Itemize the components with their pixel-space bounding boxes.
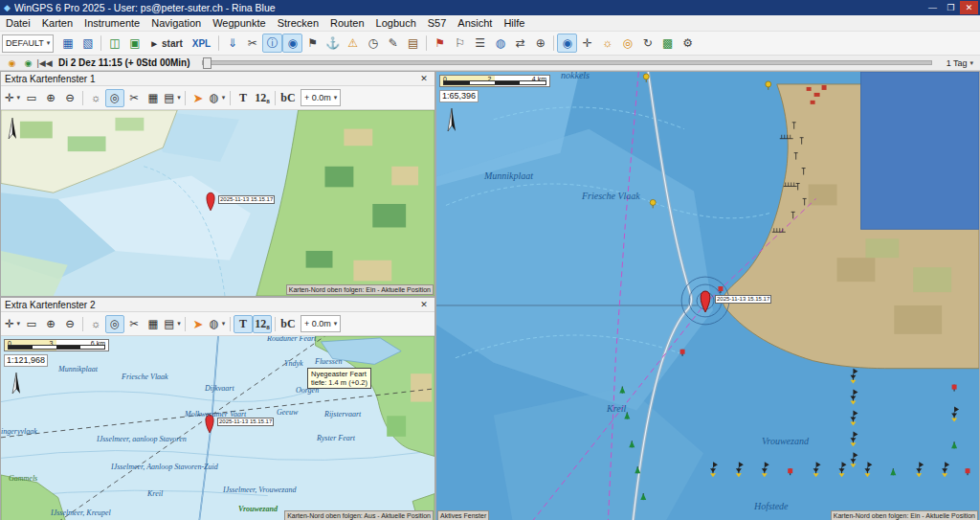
rotate-chart[interactable]: ↻ — [637, 34, 657, 53]
menu-item[interactable]: Strecken — [272, 15, 324, 31]
globe-button[interactable]: ◍▾ — [208, 315, 227, 333]
time-slider-thumb[interactable] — [203, 57, 212, 69]
close-icon[interactable]: ✕ — [417, 300, 431, 309]
panel1-title: Extra Kartenfenster 1 — [5, 74, 96, 84]
grid-button[interactable]: ▦ — [144, 89, 163, 107]
new-map-window[interactable]: ◫ — [104, 34, 124, 53]
tile-windows[interactable]: ▣ — [124, 34, 145, 53]
anchor-watch[interactable]: ⚓ — [323, 34, 343, 53]
follow-ship[interactable]: ◉ — [282, 34, 302, 53]
center-ship[interactable]: ◉ — [557, 34, 577, 53]
menu-item[interactable]: Datei — [0, 15, 36, 31]
follow-gps-button[interactable]: ◎ — [105, 315, 124, 333]
day-night[interactable]: ☼ — [597, 34, 617, 53]
xpl-button[interactable]: XPL — [188, 34, 215, 53]
sim-clock[interactable]: ◉ — [4, 57, 20, 69]
gps-clock[interactable]: ◉ — [20, 57, 36, 69]
separator — [275, 91, 276, 105]
route-scissors[interactable]: ✂ — [242, 34, 262, 53]
zoom-in-button[interactable]: ⊕ — [41, 89, 60, 107]
pan-button[interactable]: ✛▾ — [3, 89, 22, 107]
globe-view[interactable]: ◍ — [490, 34, 510, 53]
zoom-search[interactable]: ⊕ — [530, 34, 550, 53]
close-button[interactable]: ✕ — [960, 1, 978, 14]
menu-item[interactable]: Hilfe — [498, 15, 530, 31]
pan-button[interactable]: ✛▾ — [3, 315, 22, 333]
chevron-down-icon: ▾ — [222, 94, 226, 102]
time-range-dropdown[interactable]: 1 Tag ▾ — [944, 58, 976, 68]
window-titlebar[interactable]: ◆ WinGPS 6 Pro 2025 - User: ps@peter-sut… — [0, 0, 980, 15]
waypoint-flag[interactable]: ⚑ — [302, 34, 323, 53]
pan-tool[interactable]: ✛ — [577, 34, 597, 53]
tide-clock[interactable]: ◷ — [363, 34, 383, 53]
north-up-button[interactable]: ➤ — [189, 315, 208, 333]
document-list[interactable]: ☰ — [470, 34, 490, 53]
text-labels-toggle[interactable]: T — [234, 315, 253, 333]
water-level-dropdown[interactable]: + 0.0m ▾ — [301, 315, 341, 332]
north-up-button[interactable]: ➤ — [189, 89, 208, 107]
panel2-titlebar[interactable]: Extra Kartenfenster 2 ✕ — [1, 298, 434, 312]
bc-toggle[interactable]: bC — [278, 315, 298, 333]
time-range-label: 1 Tag — [947, 58, 968, 68]
menu-item[interactable]: Routen — [324, 15, 369, 31]
chevron-down-icon: ▾ — [17, 320, 21, 328]
separator — [230, 91, 231, 105]
layers-button[interactable]: ▤▾ — [163, 89, 182, 107]
zoom-area-button[interactable]: ▭ — [22, 89, 41, 107]
close-icon[interactable]: ✕ — [417, 74, 431, 83]
route-button[interactable]: ✂ — [124, 315, 144, 333]
chart-overview[interactable]: ▧ — [78, 34, 98, 53]
panel2-chart-canvas[interactable]: Rouduner Feart Yndyk Fluessen Munnikplaa… — [1, 336, 434, 520]
zoom-out-button[interactable]: ⊖ — [60, 89, 79, 107]
menu-item[interactable]: Karten — [36, 15, 78, 31]
boat-position-label: 2025-11-13 15.15.17 — [217, 418, 274, 426]
warning-areas[interactable]: ⚠ — [343, 34, 363, 53]
bc-toggle[interactable]: bC — [278, 89, 298, 107]
text-labels-toggle[interactable]: T — [234, 89, 253, 107]
swap-view[interactable]: ⇄ — [510, 34, 530, 53]
layers-button[interactable]: ▤▾ — [163, 315, 182, 333]
gps-target[interactable]: ◎ — [617, 34, 637, 53]
menu-bar: DateiKartenInstrumenteNavigationWegpunkt… — [0, 15, 980, 32]
grib-layer[interactable]: ▩ — [657, 34, 678, 53]
skip-to-start[interactable]: |◀◀ — [36, 57, 53, 69]
north-arrow-icon — [446, 108, 457, 139]
settings[interactable]: ⚙ — [678, 34, 698, 53]
download-charts[interactable]: ⇓ — [222, 34, 242, 53]
menu-item[interactable]: Wegpunkte — [207, 15, 271, 31]
panel1-titlebar[interactable]: Extra Kartenfenster 1 ✕ — [1, 72, 434, 86]
profile-dropdown[interactable]: DEFAULT ▾ — [2, 34, 54, 53]
panel1-chart-canvas[interactable]: 2025-11-13 15.15.17 Karten-Nord oben fol… — [1, 110, 434, 296]
zoom-area-button[interactable]: ▭ — [22, 315, 41, 333]
zoom-out-button[interactable]: ⊖ — [60, 315, 79, 333]
scale-bar: 036 km — [4, 339, 109, 351]
maximize-button[interactable]: ❐ — [942, 1, 960, 14]
chevron-down-icon: ▾ — [969, 59, 973, 67]
separator — [82, 317, 83, 331]
flag-white[interactable]: ⚐ — [450, 34, 470, 53]
menu-item[interactable]: S57 — [422, 15, 453, 31]
minimize-button[interactable]: — — [924, 1, 942, 14]
zoom-in-button[interactable]: ⊕ — [41, 315, 60, 333]
menu-item[interactable]: Logbuch — [370, 15, 422, 31]
menu-item[interactable]: Ansicht — [452, 15, 498, 31]
globe-button[interactable]: ◍▾ — [208, 89, 227, 107]
flag-red[interactable]: ⚑ — [430, 34, 450, 53]
depth-numbers-toggle[interactable]: 12₈ — [253, 315, 272, 333]
depth-numbers-toggle[interactable]: 12₈ — [253, 89, 272, 107]
menu-item[interactable]: Instrumente — [78, 15, 145, 31]
follow-gps-button[interactable]: ◎ — [105, 89, 124, 107]
water-level-dropdown[interactable]: + 0.0m ▾ — [301, 89, 341, 106]
info-cursor[interactable]: ⓘ — [262, 34, 282, 53]
notes-pencil[interactable]: ✎ — [383, 34, 403, 53]
bulb-button[interactable]: ☼ — [86, 89, 105, 107]
logbook[interactable]: ▤ — [403, 34, 423, 53]
time-slider[interactable] — [202, 60, 932, 65]
grid-button[interactable]: ▦ — [144, 315, 163, 333]
route-button[interactable]: ✂ — [124, 89, 144, 107]
chart-collection[interactable]: ▦ — [57, 34, 78, 53]
main-chart-window[interactable]: nokkels Munnikplaat Friesche Vlaak Kreil… — [435, 71, 980, 520]
start-button[interactable]: ► start — [145, 34, 187, 53]
bulb-button[interactable]: ☼ — [86, 315, 105, 333]
menu-item[interactable]: Navigation — [145, 15, 207, 31]
